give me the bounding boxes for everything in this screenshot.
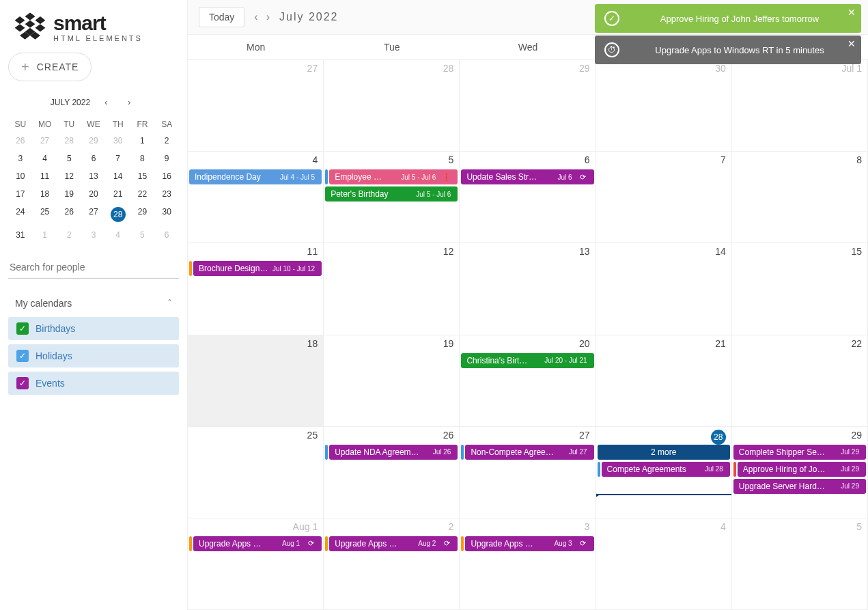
- calendar-event[interactable]: Update NDA Agreem…Jul 26: [329, 445, 458, 460]
- day-cell[interactable]: 21: [596, 335, 732, 427]
- mini-day[interactable]: 3: [8, 150, 33, 167]
- day-cell[interactable]: 12: [324, 243, 460, 335]
- mini-day[interactable]: 20: [81, 185, 106, 203]
- day-cell[interactable]: 282 moreCompete AgreementsJul 28: [596, 427, 732, 518]
- mini-day[interactable]: 4: [33, 150, 57, 167]
- day-cell[interactable]: 4Indipendence DayJul 4 - Jul 5: [188, 152, 324, 243]
- day-cell[interactable]: 11Brochure Design ReviewJul 10 - Jul 12: [188, 243, 324, 335]
- mini-day[interactable]: 24: [8, 203, 33, 226]
- calendar-event[interactable]: Compete AgreementsJul 28: [602, 462, 730, 477]
- day-cell[interactable]: 5Employee …Jul 5 - Jul 6❗Peter's Birthda…: [324, 152, 460, 243]
- mini-day[interactable]: 5: [130, 226, 155, 244]
- mini-day[interactable]: 5: [57, 150, 81, 167]
- mini-day[interactable]: 19: [57, 185, 81, 203]
- mini-day[interactable]: 7: [106, 150, 130, 167]
- mini-day[interactable]: 25: [33, 203, 57, 226]
- mini-day[interactable]: 29: [130, 203, 155, 226]
- mini-day[interactable]: 27: [33, 132, 57, 150]
- calendar-filter-holidays[interactable]: ✓Holidays: [8, 344, 179, 368]
- mini-day[interactable]: 21: [106, 185, 130, 203]
- calendar-event[interactable]: Update Sales Str…Jul 6⟳: [461, 169, 593, 184]
- mini-day[interactable]: 26: [57, 203, 81, 226]
- day-cell[interactable]: 30: [596, 60, 732, 152]
- mini-day[interactable]: 14: [106, 167, 130, 185]
- calendar-event[interactable]: Indipendence DayJul 4 - Jul 5: [189, 169, 322, 184]
- day-cell[interactable]: 5: [732, 518, 868, 610]
- create-button[interactable]: + CREATE: [8, 53, 92, 81]
- day-cell[interactable]: 15: [732, 243, 868, 335]
- calendar-event[interactable]: Brochure Design ReviewJul 10 - Jul 12: [193, 261, 322, 276]
- more-events-pill[interactable]: 2 more: [598, 445, 730, 460]
- mini-day[interactable]: 6: [81, 150, 106, 167]
- mini-day[interactable]: 28: [106, 203, 130, 226]
- mini-day[interactable]: 9: [154, 150, 179, 167]
- calendar-event[interactable]: Upgrade Apps …Aug 2⟳: [329, 536, 458, 551]
- day-cell[interactable]: 29Complete Shipper Se…Jul 29Approve Hiri…: [732, 427, 868, 518]
- mini-day[interactable]: 1: [130, 132, 155, 150]
- day-cell[interactable]: 28: [324, 60, 460, 152]
- mini-day[interactable]: 23: [154, 185, 179, 203]
- day-cell[interactable]: 6Update Sales Str…Jul 6⟳: [460, 152, 596, 243]
- mini-day[interactable]: 26: [8, 132, 33, 150]
- mini-day[interactable]: 27: [81, 203, 106, 226]
- day-cell[interactable]: 13: [460, 243, 596, 335]
- calendar-filter-events[interactable]: ✓Events: [8, 372, 179, 395]
- mini-day[interactable]: 15: [130, 167, 155, 185]
- day-cell[interactable]: 14: [596, 243, 732, 335]
- day-cell[interactable]: 27: [188, 60, 324, 152]
- mini-day[interactable]: 11: [33, 167, 57, 185]
- search-input[interactable]: [8, 256, 179, 278]
- close-icon[interactable]: ✕: [848, 38, 856, 49]
- next-period[interactable]: ›: [266, 11, 270, 23]
- mini-day[interactable]: 10: [8, 167, 33, 185]
- calendar-event[interactable]: Complete Shipper Se…Jul 29: [733, 445, 866, 460]
- day-cell[interactable]: 22: [732, 335, 868, 427]
- mini-day[interactable]: 18: [33, 185, 57, 203]
- today-button[interactable]: Today: [199, 7, 244, 27]
- mini-day[interactable]: 12: [57, 167, 81, 185]
- mini-cal-prev[interactable]: ‹: [98, 95, 113, 110]
- mini-day[interactable]: 6: [154, 226, 179, 244]
- my-calendars-toggle[interactable]: My calendars ˄: [8, 294, 179, 313]
- day-cell[interactable]: 27Non-Compete Agree…Jul 27: [460, 427, 596, 518]
- mini-day[interactable]: 13: [81, 167, 106, 185]
- day-cell[interactable]: Aug 1Upgrade Apps …Aug 1⟳: [188, 518, 324, 610]
- calendar-event[interactable]: Employee …Jul 5 - Jul 6❗: [329, 169, 458, 184]
- calendar-event[interactable]: Christina's Birt…Jul 20 - Jul 21: [461, 353, 593, 368]
- mini-cal-next[interactable]: ›: [122, 95, 137, 110]
- day-cell[interactable]: 19: [324, 335, 460, 427]
- day-cell[interactable]: 3Upgrade Apps …Aug 3⟳: [460, 518, 596, 610]
- mini-day[interactable]: 30: [154, 203, 179, 226]
- prev-period[interactable]: ‹: [254, 11, 257, 23]
- day-cell[interactable]: 25: [188, 427, 324, 518]
- mini-day[interactable]: 28: [57, 132, 81, 150]
- calendar-event[interactable]: Non-Compete Agree…Jul 27: [465, 445, 593, 460]
- mini-day[interactable]: 29: [81, 132, 106, 150]
- day-cell[interactable]: 4: [596, 518, 732, 610]
- day-cell[interactable]: 7: [596, 152, 732, 243]
- calendar-event[interactable]: Upgrade Apps …Aug 1⟳: [193, 536, 322, 551]
- mini-day[interactable]: 1: [33, 226, 57, 244]
- calendar-event[interactable]: Peter's BirthdayJul 5 - Jul 6: [325, 186, 458, 202]
- day-cell[interactable]: 8: [732, 152, 868, 243]
- calendar-event[interactable]: Upgrade Apps …Aug 3⟳: [465, 536, 593, 551]
- day-cell[interactable]: 2Upgrade Apps …Aug 2⟳: [324, 518, 460, 610]
- mini-day[interactable]: 2: [57, 226, 81, 244]
- day-cell[interactable]: Jul 1: [732, 60, 868, 152]
- calendar-filter-birthdays[interactable]: ✓Birthdays: [8, 317, 179, 340]
- mini-day[interactable]: 8: [130, 150, 155, 167]
- day-cell[interactable]: 18: [188, 335, 324, 427]
- calendar-event[interactable]: Upgrade Server Hard…Jul 29: [733, 479, 866, 494]
- mini-day[interactable]: 2: [154, 132, 179, 150]
- mini-day[interactable]: 22: [130, 185, 155, 203]
- mini-day[interactable]: 31: [8, 226, 33, 244]
- mini-day[interactable]: 17: [8, 185, 33, 203]
- mini-day[interactable]: 4: [106, 226, 130, 244]
- mini-day[interactable]: 30: [106, 132, 130, 150]
- day-cell[interactable]: 29: [460, 60, 596, 152]
- close-icon[interactable]: ✕: [848, 7, 856, 18]
- day-cell[interactable]: 26Update NDA Agreem…Jul 26: [324, 427, 460, 518]
- mini-day[interactable]: 3: [81, 226, 106, 244]
- day-cell[interactable]: 20Christina's Birt…Jul 20 - Jul 21: [460, 335, 596, 427]
- mini-day[interactable]: 16: [154, 167, 179, 185]
